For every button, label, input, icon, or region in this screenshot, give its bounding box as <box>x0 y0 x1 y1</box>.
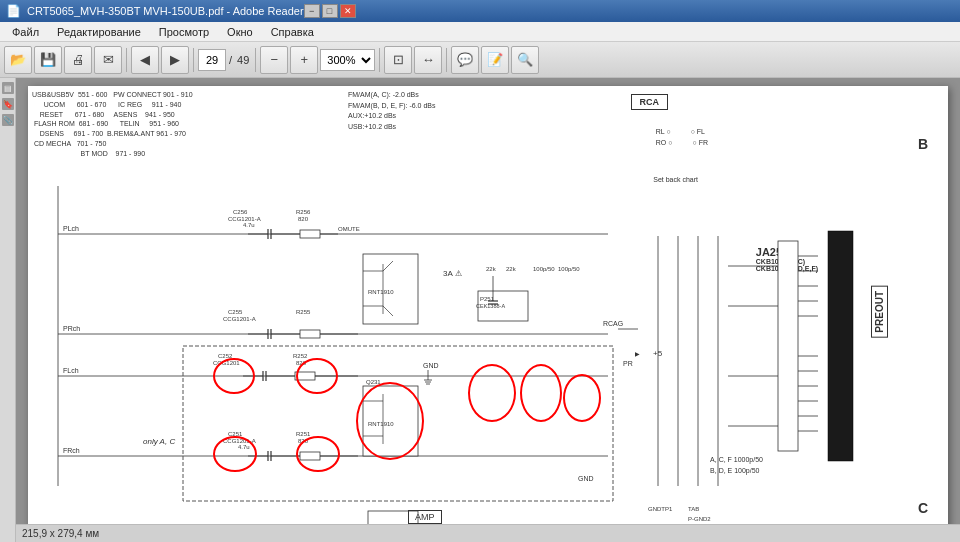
svg-text:C256: C256 <box>233 209 248 215</box>
zoom-select[interactable]: 300% 200% 150% 100% 75% <box>320 49 375 71</box>
minimize-button[interactable]: − <box>304 4 320 18</box>
svg-text:RCAG: RCAG <box>603 320 623 327</box>
sep1 <box>126 48 127 72</box>
svg-rect-114 <box>828 231 853 461</box>
svg-text:RNT1910: RNT1910 <box>368 289 394 295</box>
circuit-diagram: PLch PRch FLch FRch C256 CCG1201-A 4.7u <box>28 86 948 536</box>
red-circle-c252 <box>213 358 255 394</box>
main-area: ▤ 🔖 📎 USB&USB5V 551 - 600 PW CONNECT 901… <box>0 78 960 542</box>
svg-text:PRch: PRch <box>63 325 80 332</box>
svg-text:22k: 22k <box>486 266 497 272</box>
svg-rect-19 <box>300 230 320 238</box>
toolbar-back[interactable]: ◀ <box>131 46 159 74</box>
sep2 <box>193 48 194 72</box>
menu-file[interactable]: Файл <box>4 24 47 40</box>
svg-rect-92 <box>778 241 798 451</box>
toolbar-save[interactable]: 💾 <box>34 46 62 74</box>
svg-text:CCG1201-A: CCG1201-A <box>223 316 256 322</box>
menu-bar: Файл Редактирование Просмотр Окно Справк… <box>0 22 960 42</box>
close-button[interactable]: ✕ <box>340 4 356 18</box>
toolbar-forward[interactable]: ▶ <box>161 46 189 74</box>
toolbar-comment[interactable]: 💬 <box>451 46 479 74</box>
page-dimensions: 215,9 x 279,4 мм <box>22 528 99 539</box>
svg-rect-30 <box>300 330 320 338</box>
title-bar: 📄 CRT5065_MVH-350BT MVH-150UB.pdf - Adob… <box>0 0 960 22</box>
menu-edit[interactable]: Редактирование <box>49 24 149 40</box>
menu-window[interactable]: Окно <box>219 24 261 40</box>
svg-text:R256: R256 <box>296 209 311 215</box>
svg-text:OMUTE: OMUTE <box>338 226 360 232</box>
page-nav: / 49 <box>198 49 251 71</box>
toolbar-markup[interactable]: 📝 <box>481 46 509 74</box>
status-bar: 215,9 x 279,4 мм <box>16 524 960 542</box>
svg-text:R252: R252 <box>293 353 308 359</box>
toolbar-open[interactable]: 📂 <box>4 46 32 74</box>
sep4 <box>379 48 380 72</box>
red-circle-cap2 <box>520 364 562 422</box>
title-text: CRT5065_MVH-350BT MVH-150UB.pdf - Adobe … <box>27 5 304 17</box>
page-input[interactable] <box>198 49 226 71</box>
svg-text:GNDTP1: GNDTP1 <box>648 506 673 512</box>
svg-text:GND: GND <box>423 362 439 369</box>
toolbar-fit-width[interactable]: ↔ <box>414 46 442 74</box>
menu-view[interactable]: Просмотр <box>151 24 217 40</box>
toolbar-fit-page[interactable]: ⊡ <box>384 46 412 74</box>
toolbar: 📂 💾 🖨 ✉ ◀ ▶ / 49 − + 300% 200% 150% 100%… <box>0 42 960 78</box>
red-circle-c251 <box>213 436 257 472</box>
svg-text:FRch: FRch <box>63 447 80 454</box>
svg-text:100p/50: 100p/50 <box>558 266 580 272</box>
window-controls: − □ ✕ <box>304 4 356 18</box>
svg-text:4.7u: 4.7u <box>243 222 255 228</box>
svg-text:FLch: FLch <box>63 367 79 374</box>
pdf-page: USB&USB5V 551 - 600 PW CONNECT 901 - 910… <box>28 86 948 536</box>
svg-text:C255: C255 <box>228 309 243 315</box>
red-circle-r251 <box>296 436 340 472</box>
svg-text:TAB: TAB <box>688 506 699 512</box>
circuit-content: USB&USB5V 551 - 600 PW CONNECT 901 - 910… <box>28 86 948 536</box>
app-icon: 📄 <box>6 4 21 18</box>
svg-text:R251: R251 <box>296 431 311 437</box>
red-circle-rnt1910-bottom <box>356 382 424 460</box>
toolbar-zoom-in[interactable]: + <box>290 46 318 74</box>
sidebar-pages-icon[interactable]: ▤ <box>2 82 14 94</box>
page-separator: / <box>227 54 234 66</box>
menu-help[interactable]: Справка <box>263 24 322 40</box>
svg-text:▶: ▶ <box>635 351 640 357</box>
red-circle-cap1 <box>468 364 516 422</box>
toolbar-search[interactable]: 🔍 <box>511 46 539 74</box>
svg-text:820: 820 <box>298 216 309 222</box>
svg-text:100p/50: 100p/50 <box>533 266 555 272</box>
toolbar-zoom-out[interactable]: − <box>260 46 288 74</box>
red-circle-r252 <box>296 358 338 394</box>
left-sidebar: ▤ 🔖 📎 <box>0 78 16 542</box>
svg-text:PR: PR <box>623 360 633 367</box>
svg-text:22k: 22k <box>506 266 517 272</box>
svg-text:PLch: PLch <box>63 225 79 232</box>
sidebar-bookmarks-icon[interactable]: 🔖 <box>2 98 14 110</box>
svg-text:P-GND2: P-GND2 <box>688 516 711 522</box>
sidebar-attachments-icon[interactable]: 📎 <box>2 114 14 126</box>
svg-text:GND: GND <box>578 475 594 482</box>
svg-text:+5: +5 <box>653 349 663 358</box>
maximize-button[interactable]: □ <box>322 4 338 18</box>
svg-text:3A ⚠: 3A ⚠ <box>443 269 462 278</box>
pdf-area: USB&USB5V 551 - 600 PW CONNECT 901 - 910… <box>16 78 960 542</box>
sep5 <box>446 48 447 72</box>
svg-text:R255: R255 <box>296 309 311 315</box>
sep3 <box>255 48 256 72</box>
toolbar-print[interactable]: 🖨 <box>64 46 92 74</box>
page-total: 49 <box>235 54 251 66</box>
toolbar-email[interactable]: ✉ <box>94 46 122 74</box>
red-circle-cap3 <box>563 374 601 422</box>
